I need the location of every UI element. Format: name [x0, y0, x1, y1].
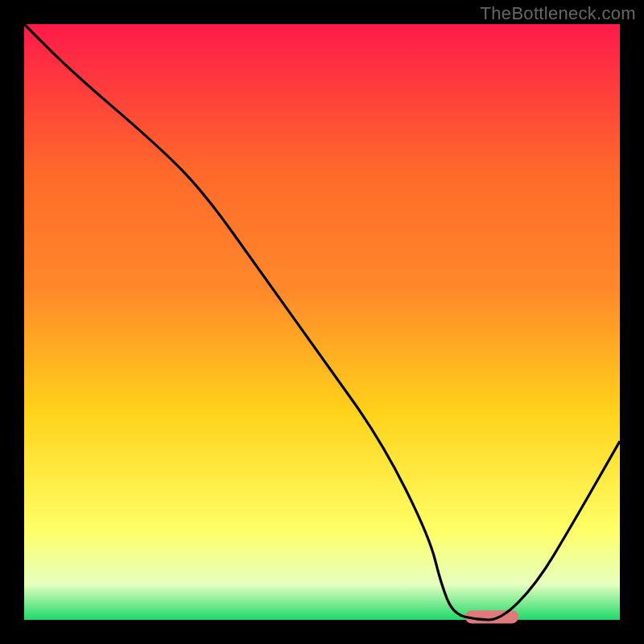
watermark-text: TheBottleneck.com [481, 3, 636, 24]
plot-background [24, 24, 620, 620]
optimum-marker [465, 610, 519, 623]
chart-container: TheBottleneck.com [0, 0, 644, 644]
bottleneck-chart [0, 0, 644, 644]
